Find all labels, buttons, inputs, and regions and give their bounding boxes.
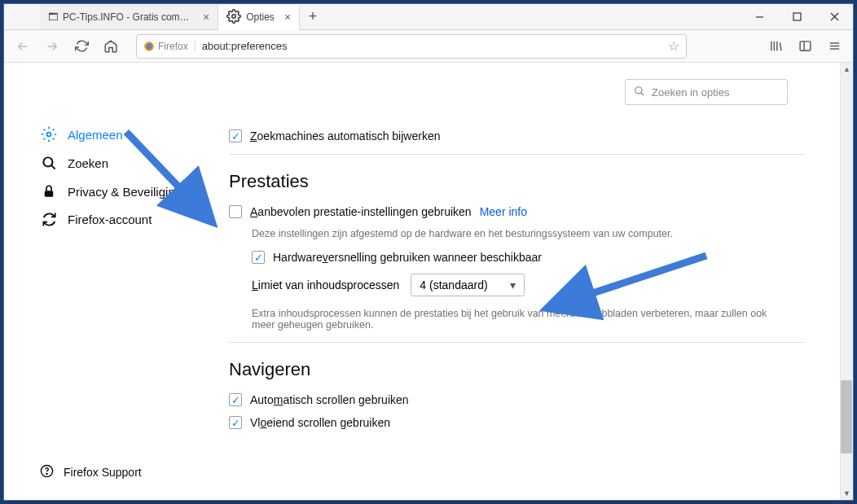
- titlebar: 🗔 PC-Tips.INFO - Gratis computer tip × O…: [4, 4, 853, 30]
- search-icon: [40, 156, 58, 171]
- process-limit-label: Limiet van inhoudsprocessen: [252, 278, 399, 291]
- process-limit-select[interactable]: 4 (standaard): [411, 274, 525, 296]
- sidebar-support-link[interactable]: Firefox Support: [40, 464, 142, 480]
- scroll-thumb[interactable]: [841, 380, 852, 454]
- scroll-down-icon[interactable]: ▼: [841, 487, 853, 500]
- close-icon[interactable]: ×: [284, 11, 291, 24]
- sidebar-item-sync[interactable]: Firefox-account: [40, 205, 216, 234]
- divider: [229, 154, 804, 155]
- more-info-link[interactable]: Meer info: [480, 205, 527, 218]
- forward-button[interactable]: [40, 34, 64, 59]
- process-limit-description: Extra inhoudsprocessen kunnen de prestat…: [252, 308, 773, 331]
- sidebar-item-label: Privacy & Beveiliging: [68, 185, 182, 199]
- support-label: Firefox Support: [64, 466, 142, 479]
- back-button[interactable]: [11, 34, 35, 59]
- tab-label: Opties: [246, 11, 275, 23]
- section-heading-performance: Prestaties: [229, 171, 804, 192]
- sync-icon: [40, 212, 58, 227]
- new-tab-button[interactable]: +: [300, 4, 326, 29]
- sidebar-item-general[interactable]: Algemeen: [40, 120, 216, 149]
- home-button[interactable]: [99, 34, 123, 59]
- checkbox-smooth-scroll[interactable]: ✓: [229, 416, 242, 429]
- svg-line-19: [641, 92, 644, 95]
- url-text: about:preferences: [202, 40, 661, 52]
- tab-strip: 🗔 PC-Tips.INFO - Gratis computer tip × O…: [4, 4, 741, 29]
- favicon-generic-icon: 🗔: [48, 11, 58, 23]
- library-button[interactable]: [763, 34, 788, 59]
- select-value: 4 (standaard): [420, 278, 487, 291]
- sidebar-item-privacy[interactable]: Privacy & Beveiliging: [40, 177, 216, 205]
- sidebar-item-label: Algemeen: [68, 128, 123, 142]
- svg-point-13: [43, 157, 52, 166]
- checkbox-label: Aanbevolen prestatie-instellingen gebrui…: [250, 205, 472, 218]
- sidebar-item-search[interactable]: Zoeken: [40, 149, 216, 177]
- identity-label: Firefox: [158, 41, 188, 52]
- bookmark-star-icon[interactable]: ☆: [668, 38, 679, 54]
- lock-icon: [40, 184, 58, 199]
- firefox-icon: [143, 41, 155, 52]
- checkbox-label: Automatisch scrollen gebruiken: [250, 393, 409, 406]
- checkbox-label: Hardwareversnelling gebruiken wanneer be…: [273, 251, 542, 264]
- checkbox-row-hwaccel: ✓ Hardwareversnelling gebruiken wanneer …: [252, 251, 804, 264]
- svg-rect-15: [45, 191, 54, 197]
- vertical-scrollbar[interactable]: ▲ ▼: [840, 63, 853, 500]
- gear-icon: [226, 9, 241, 26]
- checkbox-row-recommended: Aanbevolen prestatie-instellingen gebrui…: [229, 205, 804, 218]
- sidebar-item-label: Firefox-account: [68, 213, 152, 226]
- tab-options[interactable]: Opties ×: [218, 5, 300, 30]
- browser-window: 🗔 PC-Tips.INFO - Gratis computer tip × O…: [3, 3, 854, 501]
- tab-pctips[interactable]: 🗔 PC-Tips.INFO - Gratis computer tip ×: [40, 4, 218, 29]
- checkbox-label: Vloeiend scrollen gebruiken: [250, 416, 390, 429]
- toolbar-right: [763, 34, 846, 59]
- tab-label: PC-Tips.INFO - Gratis computer tip: [63, 11, 193, 23]
- svg-point-12: [47, 133, 51, 137]
- sidebar-item-label: Zoeken: [68, 156, 108, 170]
- svg-point-0: [232, 14, 236, 18]
- main-panel: Zoeken in opties ✓ Zoekmachines automati…: [216, 63, 853, 500]
- options-search-input[interactable]: Zoeken in opties: [625, 79, 788, 105]
- checkbox-row-search-updates: ✓ Zoekmachines automatisch bijwerken: [229, 129, 804, 142]
- minimize-button[interactable]: [741, 4, 778, 29]
- svg-point-18: [635, 86, 642, 93]
- url-bar[interactable]: Firefox about:preferences ☆: [136, 34, 687, 59]
- scroll-up-icon[interactable]: ▲: [841, 63, 853, 76]
- checkbox-auto-scroll[interactable]: ✓: [229, 393, 242, 406]
- checkbox-label: Zoekmachines automatisch bijwerken: [250, 129, 440, 142]
- hamburger-menu-button[interactable]: [822, 34, 846, 59]
- divider: [229, 342, 804, 343]
- close-icon[interactable]: ×: [203, 11, 209, 24]
- perf-description: Deze instellingen zijn afgestemd op de h…: [252, 228, 804, 239]
- section-heading-navigate: Navigeren: [229, 359, 804, 380]
- content-area: Algemeen Zoeken Privacy & Beveiliging Fi…: [4, 63, 853, 500]
- process-limit-row: Limiet van inhoudsprocessen 4 (standaard…: [252, 274, 804, 296]
- svg-point-6: [147, 43, 152, 49]
- sidebar-button[interactable]: [793, 34, 817, 59]
- checkbox-hw-accel[interactable]: ✓: [252, 251, 265, 264]
- gear-icon: [40, 126, 58, 142]
- toolbar: Firefox about:preferences ☆: [4, 30, 853, 63]
- window-controls: [741, 4, 853, 29]
- svg-rect-7: [800, 42, 811, 50]
- categories-sidebar: Algemeen Zoeken Privacy & Beveiliging Fi…: [4, 63, 216, 500]
- checkbox-recommended-perf[interactable]: [229, 205, 242, 218]
- svg-rect-2: [793, 13, 801, 20]
- svg-point-17: [46, 473, 47, 474]
- checkbox-row-autoscroll: ✓ Automatisch scrollen gebruiken: [229, 393, 804, 406]
- search-icon: [634, 85, 645, 99]
- identity-box[interactable]: Firefox: [143, 41, 196, 52]
- close-button[interactable]: [815, 4, 853, 29]
- checkbox-search-updates[interactable]: ✓: [229, 129, 242, 142]
- checkbox-row-smoothscroll: ✓ Vloeiend scrollen gebruiken: [229, 416, 804, 429]
- search-placeholder: Zoeken in opties: [652, 86, 729, 99]
- maximize-button[interactable]: [778, 4, 815, 29]
- svg-line-14: [51, 165, 55, 169]
- reload-button[interactable]: [69, 34, 94, 59]
- question-icon: [40, 464, 54, 480]
